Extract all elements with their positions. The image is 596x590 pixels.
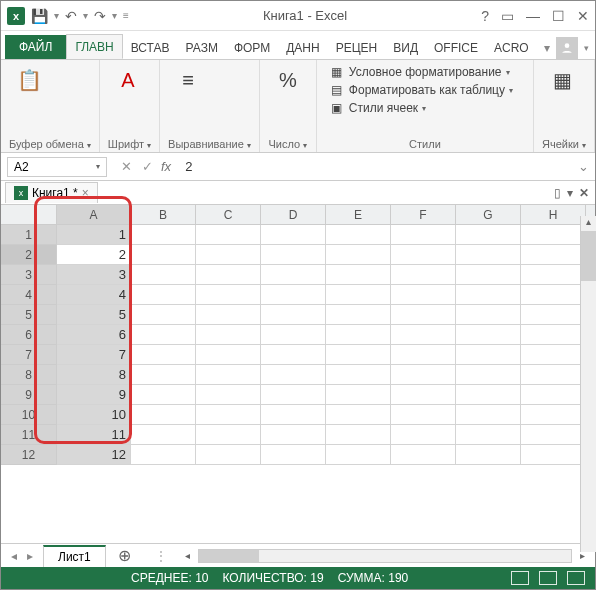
vscroll-track[interactable]: ▴ xyxy=(580,216,596,552)
window-dropdown-icon[interactable]: ▾ xyxy=(567,186,573,200)
cell[interactable] xyxy=(391,305,456,325)
cell[interactable] xyxy=(521,425,586,445)
cell[interactable] xyxy=(261,305,326,325)
vscroll-thumb[interactable] xyxy=(581,231,596,281)
cell[interactable] xyxy=(261,285,326,305)
cell[interactable]: 6 xyxy=(57,325,131,345)
align-dropdown-icon[interactable]: ▾ xyxy=(247,141,251,150)
col-header-B[interactable]: B xyxy=(131,205,196,224)
cell[interactable]: 9 xyxy=(57,385,131,405)
cell[interactable] xyxy=(456,245,521,265)
add-sheet-icon[interactable]: ⊕ xyxy=(106,546,143,565)
cell[interactable] xyxy=(521,385,586,405)
cell[interactable] xyxy=(131,325,196,345)
tab-acrobat[interactable]: ACRO xyxy=(486,36,537,59)
cell[interactable] xyxy=(391,345,456,365)
undo-icon[interactable]: ↶ xyxy=(65,8,77,24)
row-header[interactable]: 11 xyxy=(1,425,57,445)
cell[interactable]: 11 xyxy=(57,425,131,445)
cell[interactable] xyxy=(456,345,521,365)
cell[interactable]: 12 xyxy=(57,445,131,465)
cell[interactable] xyxy=(391,405,456,425)
sheet-nav-next-icon[interactable]: ▸ xyxy=(27,549,33,563)
cell[interactable] xyxy=(196,265,261,285)
cell[interactable] xyxy=(326,425,391,445)
col-header-A[interactable]: A xyxy=(57,205,131,224)
cell[interactable] xyxy=(196,405,261,425)
cell[interactable] xyxy=(521,305,586,325)
maximize-icon[interactable]: ☐ xyxy=(552,8,565,24)
name-box-dropdown-icon[interactable]: ▾ xyxy=(96,162,100,171)
workbook-tab[interactable]: x Книга1 * × xyxy=(5,182,98,203)
col-header-C[interactable]: C xyxy=(196,205,261,224)
tab-formulas[interactable]: ФОРМ xyxy=(226,36,278,59)
cell[interactable] xyxy=(196,365,261,385)
cell[interactable] xyxy=(326,325,391,345)
cell[interactable] xyxy=(456,405,521,425)
cell[interactable] xyxy=(456,325,521,345)
cell[interactable] xyxy=(521,325,586,345)
cell[interactable]: 2 xyxy=(57,245,131,265)
col-header-E[interactable]: E xyxy=(326,205,391,224)
row-header[interactable]: 2 xyxy=(1,245,57,265)
cell[interactable]: 5 xyxy=(57,305,131,325)
cell[interactable] xyxy=(326,265,391,285)
cell[interactable] xyxy=(196,425,261,445)
cell[interactable] xyxy=(391,285,456,305)
cell[interactable] xyxy=(456,285,521,305)
align-button[interactable]: ≡ xyxy=(168,64,208,96)
cell[interactable] xyxy=(521,245,586,265)
cell[interactable] xyxy=(391,245,456,265)
cell[interactable] xyxy=(521,445,586,465)
cell[interactable] xyxy=(131,265,196,285)
cell[interactable] xyxy=(456,385,521,405)
cell[interactable] xyxy=(196,385,261,405)
font-dropdown-icon[interactable]: ▾ xyxy=(147,141,151,150)
cell[interactable] xyxy=(261,385,326,405)
view-normal-icon[interactable] xyxy=(511,571,529,585)
enter-formula-icon[interactable]: ✓ xyxy=(142,159,153,174)
cell[interactable] xyxy=(456,265,521,285)
cell[interactable] xyxy=(131,385,196,405)
cell[interactable] xyxy=(391,365,456,385)
tab-view[interactable]: ВИД xyxy=(385,36,426,59)
cell-styles-button[interactable]: ▣ Стили ячеек ▾ xyxy=(329,100,426,116)
row-header[interactable]: 7 xyxy=(1,345,57,365)
tab-office[interactable]: OFFICE xyxy=(426,36,486,59)
row-header[interactable]: 5 xyxy=(1,305,57,325)
hscroll-thumb[interactable] xyxy=(199,550,259,562)
cell[interactable] xyxy=(456,425,521,445)
hscroll-left-icon[interactable]: ◂ xyxy=(181,550,194,561)
row-header[interactable]: 6 xyxy=(1,325,57,345)
cell[interactable] xyxy=(326,365,391,385)
cells-button[interactable]: ▦ xyxy=(542,64,582,96)
cell[interactable] xyxy=(196,245,261,265)
cell[interactable] xyxy=(326,305,391,325)
cell[interactable] xyxy=(521,225,586,245)
cell[interactable] xyxy=(326,225,391,245)
cell[interactable] xyxy=(131,285,196,305)
account-avatar[interactable] xyxy=(556,37,578,59)
cells-dropdown-icon[interactable]: ▾ xyxy=(582,141,586,150)
cell[interactable] xyxy=(521,345,586,365)
cell[interactable] xyxy=(391,445,456,465)
view-break-icon[interactable] xyxy=(567,571,585,585)
cell[interactable] xyxy=(261,265,326,285)
cell[interactable]: 8 xyxy=(57,365,131,385)
view-layout-icon[interactable] xyxy=(539,571,557,585)
cell[interactable] xyxy=(391,265,456,285)
hscroll-track[interactable] xyxy=(198,549,572,563)
cell[interactable] xyxy=(521,285,586,305)
cell[interactable] xyxy=(196,325,261,345)
cell[interactable] xyxy=(261,325,326,345)
number-button[interactable]: % xyxy=(268,64,308,96)
cell[interactable] xyxy=(326,405,391,425)
cell[interactable]: 1 xyxy=(57,225,131,245)
row-header[interactable]: 3 xyxy=(1,265,57,285)
row-header[interactable]: 9 xyxy=(1,385,57,405)
cancel-formula-icon[interactable]: ✕ xyxy=(121,159,132,174)
tab-review[interactable]: РЕЦЕН xyxy=(328,36,386,59)
conditional-format-button[interactable]: ▦ Условное форматирование ▾ xyxy=(329,64,510,80)
paste-button[interactable]: 📋 xyxy=(9,64,49,96)
ribbon-options-icon[interactable]: ▭ xyxy=(501,8,514,24)
